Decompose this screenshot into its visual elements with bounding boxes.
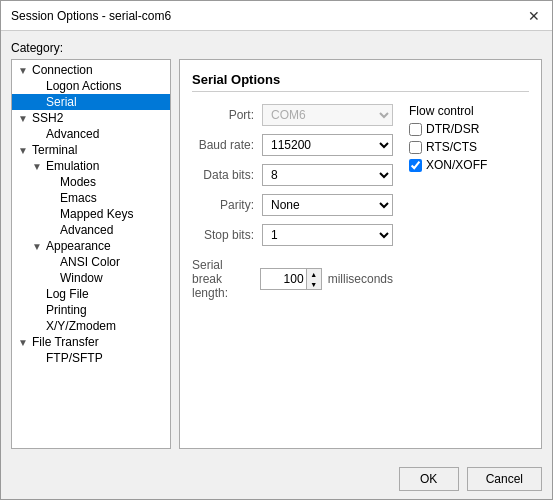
tree-expander-appearance: ▼ xyxy=(32,241,46,252)
stopbits-control[interactable]: 11.52 xyxy=(262,224,393,246)
tree-label-mapped-keys: Mapped Keys xyxy=(60,207,133,221)
xon-xoff-checkbox-row[interactable]: XON/XOFF xyxy=(409,158,529,172)
parity-label: Parity: xyxy=(192,198,262,212)
rts-cts-checkbox[interactable] xyxy=(409,141,422,154)
parity-control[interactable]: NoneOddEvenMarkSpace xyxy=(262,194,393,216)
ms-label: milliseconds xyxy=(328,272,393,286)
tree-label-emacs: Emacs xyxy=(60,191,97,205)
parity-row: Parity: NoneOddEvenMarkSpace xyxy=(192,194,393,216)
tree-label-ansi-color: ANSI Color xyxy=(60,255,120,269)
tree-item-window[interactable]: Window xyxy=(12,270,170,286)
tree-item-ssh2[interactable]: ▼SSH2 xyxy=(12,110,170,126)
tree-label-ssh2: SSH2 xyxy=(32,111,63,125)
tree-label-modes: Modes xyxy=(60,175,96,189)
tree-label-advanced-terminal: Advanced xyxy=(60,223,113,237)
stopbits-select[interactable]: 11.52 xyxy=(262,224,393,246)
tree-label-window: Window xyxy=(60,271,103,285)
spinner-up-button[interactable]: ▲ xyxy=(307,269,321,279)
fields-col: Port: COM6 Baud rate: 300600120024004800… xyxy=(192,104,393,436)
databits-label: Data bits: xyxy=(192,168,262,182)
tree-item-serial[interactable]: Serial xyxy=(12,94,170,110)
tree-label-advanced-ssh2: Advanced xyxy=(46,127,99,141)
category-tree[interactable]: ▼ConnectionLogon ActionsSerial▼SSH2Advan… xyxy=(11,59,171,449)
close-button[interactable]: ✕ xyxy=(526,9,542,23)
rts-cts-checkbox-row[interactable]: RTS/CTS xyxy=(409,140,529,154)
tree-label-appearance: Appearance xyxy=(46,239,111,253)
dialog-body: Category: ▼ConnectionLogon ActionsSerial… xyxy=(1,31,552,459)
tree-label-printing: Printing xyxy=(46,303,87,317)
tree-item-emacs[interactable]: Emacs xyxy=(12,190,170,206)
cancel-button[interactable]: Cancel xyxy=(467,467,542,491)
xon-xoff-label: XON/XOFF xyxy=(426,158,487,172)
tree-item-connection[interactable]: ▼Connection xyxy=(12,62,170,78)
tree-label-connection: Connection xyxy=(32,63,93,77)
tree-item-log-file[interactable]: Log File xyxy=(12,286,170,302)
port-select[interactable]: COM6 xyxy=(262,104,393,126)
tree-item-ftp-sftp[interactable]: FTP/SFTP xyxy=(12,350,170,366)
category-label: Category: xyxy=(11,41,542,55)
databits-control[interactable]: 5678 xyxy=(262,164,393,186)
options-panel: Serial Options Port: COM6 Baud xyxy=(179,59,542,449)
main-content: ▼ConnectionLogon ActionsSerial▼SSH2Advan… xyxy=(11,59,542,449)
dialog-title: Session Options - serial-com6 xyxy=(11,9,171,23)
spinner-buttons: ▲ ▼ xyxy=(306,269,321,289)
tree-item-file-transfer[interactable]: ▼File Transfer xyxy=(12,334,170,350)
tree-label-logon-actions: Logon Actions xyxy=(46,79,121,93)
dtr-dsr-label: DTR/DSR xyxy=(426,122,479,136)
serial-break-spinner[interactable]: ▲ ▼ xyxy=(260,268,322,290)
spinner-down-button[interactable]: ▼ xyxy=(307,279,321,289)
databits-select[interactable]: 5678 xyxy=(262,164,393,186)
baud-select[interactable]: 3006001200240048009600192003840057600115… xyxy=(262,134,393,156)
tree-item-ansi-color[interactable]: ANSI Color xyxy=(12,254,170,270)
tree-item-modes[interactable]: Modes xyxy=(12,174,170,190)
tree-label-terminal: Terminal xyxy=(32,143,77,157)
tree-expander-emulation: ▼ xyxy=(32,161,46,172)
tree-item-emulation[interactable]: ▼Emulation xyxy=(12,158,170,174)
tree-item-logon-actions[interactable]: Logon Actions xyxy=(12,78,170,94)
port-row: Port: COM6 xyxy=(192,104,393,126)
tree-item-advanced-ssh2[interactable]: Advanced xyxy=(12,126,170,142)
tree-expander-connection: ▼ xyxy=(18,65,32,76)
serial-break-input[interactable] xyxy=(261,269,306,289)
panel-title: Serial Options xyxy=(192,72,529,92)
flow-control-title: Flow control xyxy=(409,104,529,118)
stopbits-label: Stop bits: xyxy=(192,228,262,242)
tree-label-serial: Serial xyxy=(46,95,77,109)
dtr-dsr-checkbox-row[interactable]: DTR/DSR xyxy=(409,122,529,136)
tree-expander-file-transfer: ▼ xyxy=(18,337,32,348)
tree-label-log-file: Log File xyxy=(46,287,89,301)
serial-break-label: Serial break length: xyxy=(192,258,254,300)
parity-select[interactable]: NoneOddEvenMarkSpace xyxy=(262,194,393,216)
tree-label-ftp-sftp: FTP/SFTP xyxy=(46,351,103,365)
flow-control-col: Flow control DTR/DSR RTS/CTS XON/XOFF xyxy=(409,104,529,436)
baud-control[interactable]: 3006001200240048009600192003840057600115… xyxy=(262,134,393,156)
form-area: Port: COM6 Baud rate: 300600120024004800… xyxy=(192,104,529,436)
tree-item-appearance[interactable]: ▼Appearance xyxy=(12,238,170,254)
tree-label-file-transfer: File Transfer xyxy=(32,335,99,349)
tree-expander-ssh2: ▼ xyxy=(18,113,32,124)
port-label: Port: xyxy=(192,108,262,122)
rts-cts-label: RTS/CTS xyxy=(426,140,477,154)
tree-item-advanced-terminal[interactable]: Advanced xyxy=(12,222,170,238)
tree-item-xy-zmodem[interactable]: X/Y/Zmodem xyxy=(12,318,170,334)
tree-label-xy-zmodem: X/Y/Zmodem xyxy=(46,319,116,333)
tree-label-emulation: Emulation xyxy=(46,159,99,173)
title-bar: Session Options - serial-com6 ✕ xyxy=(1,1,552,31)
baud-label: Baud rate: xyxy=(192,138,262,152)
databits-row: Data bits: 5678 xyxy=(192,164,393,186)
serial-break-row: Serial break length: ▲ ▼ milliseconds xyxy=(192,258,393,300)
dialog: Session Options - serial-com6 ✕ Category… xyxy=(0,0,553,500)
tree-item-terminal[interactable]: ▼Terminal xyxy=(12,142,170,158)
tree-item-mapped-keys[interactable]: Mapped Keys xyxy=(12,206,170,222)
baud-row: Baud rate: 30060012002400480096001920038… xyxy=(192,134,393,156)
stopbits-row: Stop bits: 11.52 xyxy=(192,224,393,246)
dtr-dsr-checkbox[interactable] xyxy=(409,123,422,136)
xon-xoff-checkbox[interactable] xyxy=(409,159,422,172)
port-control[interactable]: COM6 xyxy=(262,104,393,126)
tree-item-printing[interactable]: Printing xyxy=(12,302,170,318)
tree-expander-terminal: ▼ xyxy=(18,145,32,156)
ok-button[interactable]: OK xyxy=(399,467,459,491)
dialog-footer: OK Cancel xyxy=(1,459,552,499)
